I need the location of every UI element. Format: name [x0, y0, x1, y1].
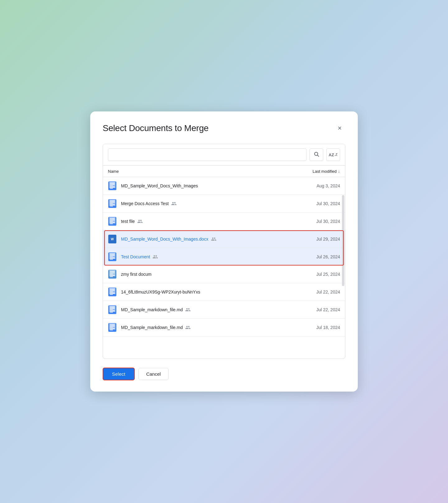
list-item[interactable]: zmy first docum Jul 25, 2024	[103, 266, 345, 283]
shared-icon	[185, 307, 191, 313]
select-button[interactable]: Select	[103, 368, 135, 380]
file-type-icon	[108, 199, 117, 208]
svg-line-1	[317, 155, 319, 156]
modal-overlay: Select Documents to Merge ×	[0, 0, 448, 503]
file-name: Merge Docs Access Test	[121, 201, 290, 206]
close-button[interactable]: ×	[334, 123, 345, 134]
file-type-icon	[108, 305, 117, 314]
file-date: Jul 29, 2024	[290, 237, 340, 242]
scrollbar[interactable]	[342, 195, 344, 286]
modal-header: Select Documents to Merge ×	[103, 123, 345, 134]
file-name: test file	[121, 219, 290, 224]
list-item[interactable]: MD_Sample_markdown_file.md Jul 18, 2024	[103, 319, 345, 336]
file-type-icon	[108, 270, 117, 279]
list-item[interactable]: 14_6fLt8muzUX9Sg-WP2Xuryt-buNnYxs Jul 22…	[103, 283, 345, 301]
column-modified-header: Last modified ↓	[290, 169, 340, 174]
file-date: Jul 25, 2024	[290, 272, 340, 277]
modal-dialog: Select Documents to Merge ×	[90, 111, 358, 392]
file-name: MD_Sample_Word_Docs_With_Images	[121, 183, 290, 188]
file-date: Jul 18, 2024	[290, 325, 340, 330]
file-date: Jul 22, 2024	[290, 289, 340, 294]
shared-icon	[185, 325, 191, 330]
search-icon	[314, 151, 319, 158]
file-date: Jul 30, 2024	[290, 201, 340, 206]
file-type-icon	[108, 217, 117, 226]
file-name: MD_Sample_markdown_file.md	[121, 325, 290, 330]
table-header: Name Last modified ↓	[103, 166, 345, 177]
list-item[interactable]: MD_Sample_markdown_file.md Jul 22, 2024	[103, 301, 345, 319]
search-bar: AZ	[103, 144, 345, 166]
list-item[interactable]: test file Jul 30, 2024	[103, 213, 345, 230]
file-type-icon	[108, 181, 117, 190]
close-icon: ×	[338, 124, 342, 132]
sort-az-icon: AZ	[329, 153, 334, 157]
file-date: Jul 26, 2024	[290, 254, 340, 259]
shared-icon	[152, 254, 158, 260]
file-date: Aug 3, 2024	[290, 183, 340, 188]
file-type-icon	[108, 252, 117, 261]
file-name: MD_Sample_Word_Docs_With_Images.docx	[121, 236, 290, 242]
file-date: Jul 30, 2024	[290, 219, 340, 224]
file-type-icon: W	[108, 235, 117, 243]
list-item[interactable]: Merge Docs Access Test Jul 30, 2024	[103, 195, 345, 213]
sort-down-icon: ↓	[338, 169, 340, 174]
column-name-header: Name	[108, 169, 290, 174]
file-name: zmy first docum	[121, 272, 290, 277]
search-button[interactable]	[310, 148, 323, 161]
shared-icon	[171, 201, 177, 206]
cancel-button[interactable]: Cancel	[138, 368, 169, 380]
file-name: 14_6fLt8muzUX9Sg-WP2Xuryt-buNnYxs	[121, 289, 290, 294]
file-name: MD_Sample_markdown_file.md	[121, 307, 290, 313]
shared-icon	[137, 219, 143, 224]
search-input[interactable]	[108, 148, 306, 161]
file-type-icon	[108, 323, 117, 332]
file-picker: AZ Name Last modified ↓	[103, 144, 345, 359]
file-name: Test Document	[121, 254, 290, 260]
shared-icon	[211, 236, 217, 242]
file-list[interactable]: MD_Sample_Word_Docs_With_Images Aug 3, 2…	[103, 177, 345, 359]
modal-footer: Select Cancel	[103, 366, 345, 380]
list-item[interactable]: MD_Sample_Word_Docs_With_Images Aug 3, 2…	[103, 177, 345, 195]
list-item[interactable]: Test Document Jul 26, 2024	[103, 248, 345, 266]
modal-title: Select Documents to Merge	[103, 123, 209, 133]
file-date: Jul 22, 2024	[290, 307, 340, 312]
selected-group: W MD_Sample_Word_Docs_With_Images.docx J…	[103, 230, 345, 266]
file-type-icon	[108, 288, 117, 296]
list-item[interactable]: W MD_Sample_Word_Docs_With_Images.docx J…	[103, 230, 345, 248]
sort-button[interactable]: AZ	[326, 148, 340, 161]
